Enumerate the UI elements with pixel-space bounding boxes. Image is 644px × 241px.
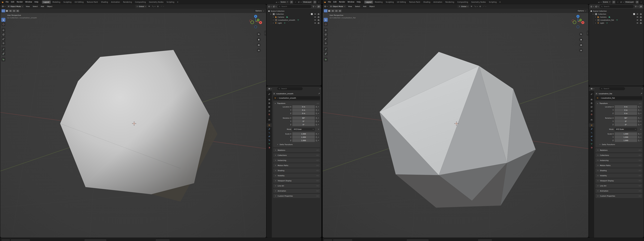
axis-neg-y-ball[interactable] <box>573 21 576 24</box>
lock-icon[interactable] <box>316 113 317 114</box>
scene-collection-row[interactable]: Scene Collection <box>267 9 321 12</box>
tab-view-layer[interactable] <box>589 105 594 109</box>
select-mode-subtract-button[interactable] <box>9 9 12 12</box>
section-visibility[interactable]: Visibility <box>273 174 320 178</box>
workspace-tab-layout[interactable]: Layout <box>42 0 51 3</box>
pan-button[interactable] <box>579 37 583 42</box>
snap-toggle[interactable] <box>148 5 151 7</box>
blender-logo-icon[interactable] <box>1 1 4 3</box>
chevron-right-icon[interactable] <box>272 22 274 24</box>
scale-tool[interactable] <box>324 37 328 41</box>
tab-tool[interactable] <box>266 92 272 96</box>
chevron-down-icon[interactable] <box>278 1 279 2</box>
tab-modifiers[interactable] <box>589 127 594 131</box>
options-button[interactable]: Options <box>576 9 587 12</box>
transform-tool[interactable] <box>324 41 328 45</box>
rotate-tool[interactable] <box>324 32 328 36</box>
rotate-tool[interactable] <box>1 32 6 36</box>
location-z-field[interactable]: 0 m <box>292 112 315 115</box>
axis-neg-z-ball[interactable] <box>254 25 257 28</box>
chevron-down-icon[interactable] <box>300 1 302 2</box>
add-workspace-button[interactable]: + <box>498 0 502 3</box>
lock-icon[interactable] <box>638 134 640 135</box>
animate-dot[interactable] <box>318 134 319 134</box>
render-visibility-icon[interactable] <box>318 22 320 24</box>
scale-x-field[interactable]: 1.000 <box>292 132 315 135</box>
scene-collection-row[interactable]: Scene Collection <box>590 9 643 12</box>
workspace-tab-texture-paint[interactable]: Texture Paint <box>408 0 422 3</box>
measure-tool[interactable] <box>1 51 6 55</box>
menu-render[interactable]: Render <box>16 0 24 4</box>
select-box-tool[interactable] <box>324 18 328 22</box>
icosahedron-smooth-object[interactable] <box>60 50 217 202</box>
display-mode-dropdown[interactable] <box>595 5 599 8</box>
workspace-tab-uv-editing[interactable]: UV Editing <box>73 0 85 3</box>
chevron-right-icon[interactable] <box>594 19 596 21</box>
section-relations[interactable]: Relations <box>273 148 320 152</box>
tab-render[interactable] <box>266 98 272 101</box>
animate-dot[interactable] <box>640 113 641 114</box>
select-mode-new-button[interactable] <box>2 9 5 12</box>
collection-checkbox[interactable]: ✓ <box>633 13 635 15</box>
view-layer-selector[interactable]: ViewLayer <box>302 0 312 3</box>
workspace-tab-uv-editing[interactable]: UV Editing <box>396 0 407 3</box>
animate-dot[interactable] <box>640 140 641 141</box>
animate-dot[interactable] <box>318 113 319 114</box>
ortho-toggle-button[interactable] <box>579 48 583 52</box>
section-animation[interactable]: Animation <box>596 189 642 193</box>
collection-checkbox[interactable]: ✓ <box>311 13 313 15</box>
section-custom-properties[interactable]: Custom Properties <box>596 194 642 198</box>
menu-edit[interactable]: Edit <box>10 0 16 4</box>
workspace-tab-geometry-nodes[interactable]: Geometry Nodes <box>148 0 165 3</box>
select-mode-invert-button[interactable] <box>334 9 338 12</box>
new-view-layer-button[interactable] <box>636 0 639 3</box>
outliner-item-light[interactable]: Light <box>267 21 321 24</box>
lock-icon[interactable] <box>316 140 317 141</box>
workspace-tab-sculpting[interactable]: Sculpting <box>384 0 395 3</box>
camera-view-button[interactable] <box>257 43 261 47</box>
cursor-tool[interactable] <box>1 22 6 26</box>
workspace-tab-shading[interactable]: Shading <box>100 0 110 3</box>
menu-select[interactable]: Select <box>32 5 39 7</box>
animate-dot[interactable] <box>640 137 641 137</box>
chevron-down-icon[interactable] <box>642 88 643 89</box>
mode-dropdown[interactable]: Object Mode <box>6 5 24 8</box>
outliner-item-mesh[interactable]: icosahedron_smooth <box>267 18 321 21</box>
tab-physics[interactable] <box>589 135 594 138</box>
new-scene-button[interactable] <box>612 0 616 3</box>
editor-type-button[interactable] <box>268 88 272 90</box>
lock-icon[interactable] <box>316 124 317 126</box>
tab-object-data[interactable] <box>589 142 594 146</box>
axis-neg-z-ball[interactable] <box>577 25 579 28</box>
new-scene-button[interactable] <box>290 0 293 3</box>
section-visibility[interactable]: Visibility <box>596 174 642 178</box>
collection-row[interactable]: Collection ✓ <box>590 12 643 15</box>
tab-physics[interactable] <box>266 135 272 138</box>
timeline-strip[interactable] <box>322 238 644 241</box>
render-visibility-icon[interactable] <box>640 16 642 18</box>
scale-tool[interactable] <box>1 37 6 41</box>
chevron-down-icon[interactable] <box>319 88 320 89</box>
rotation-mode-dropdown[interactable]: XYZ Euler <box>292 128 315 131</box>
menu-edit[interactable]: Edit <box>332 0 338 4</box>
select-mode-subtract-button[interactable] <box>331 9 334 12</box>
viewport-canvas[interactable]: User Perspective (2) Collection | icosah… <box>322 13 588 238</box>
tab-material[interactable] <box>589 146 594 149</box>
section-collections[interactable]: Collections <box>273 153 320 157</box>
lock-icon[interactable] <box>316 107 317 108</box>
pan-button[interactable] <box>257 37 261 42</box>
workspace-tab-modeling[interactable]: Modeling <box>373 0 384 3</box>
menu-render[interactable]: Render <box>338 0 346 4</box>
navigation-gizmo[interactable]: Y X Z <box>571 14 585 29</box>
render-visibility-icon[interactable] <box>640 19 642 21</box>
animate-dot[interactable] <box>318 106 319 107</box>
section-motion-paths[interactable]: Motion Paths <box>596 163 642 168</box>
animate-dot[interactable] <box>318 121 319 122</box>
chevron-down-icon[interactable] <box>623 1 624 2</box>
orientation-dropdown[interactable]: Global <box>135 5 147 8</box>
editor-type-button[interactable] <box>590 5 594 8</box>
render-visibility-icon[interactable] <box>318 13 320 15</box>
snap-target-dropdown[interactable] <box>474 5 478 7</box>
animate-dot[interactable] <box>318 124 319 125</box>
tab-constraints[interactable] <box>589 138 594 142</box>
